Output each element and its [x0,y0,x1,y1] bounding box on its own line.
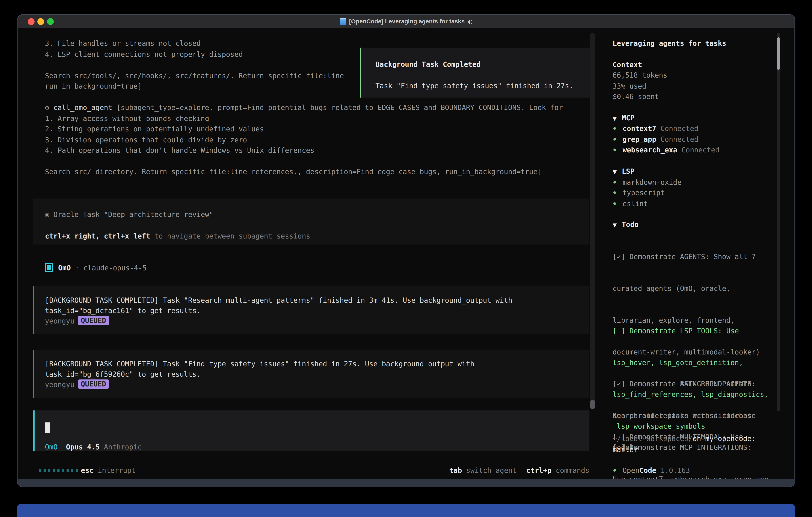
activity-dot [53,469,55,472]
context-spent: $0.46 spent [613,91,659,102]
hint-keys: ctrl+x right, ctrl+x left [45,232,150,240]
background-window-edge [17,504,795,517]
sidebar-scrollbar-thumb[interactable] [777,37,780,70]
activity-dot [62,469,64,472]
activity-dot [57,469,60,472]
terminal-content: 3. File handles or streams not closed 4.… [18,28,794,479]
oracle-task-label: ◉ Oracle Task "Deep architecture review" [45,209,213,220]
lsp-item: eslint [613,198,648,209]
window-title-group: [OpenCode] Leveraging agents for tasks◐ [18,15,794,28]
mcp-status: Connected [656,135,698,143]
lsp-name: typescript [622,189,665,197]
oracle-task-text: Oracle Task "Deep architecture review" [49,211,213,219]
todo-line: [ ] Demonstrate LSP TOOLS: Use [613,326,768,336]
terminal-line: Search src/tools/, src/hooks/, src/featu… [45,71,344,81]
workspace-repo: oh-my-opencode: [693,435,756,443]
activity-dot [76,469,78,472]
tab-key: tab [450,466,462,474]
titlebar[interactable]: [OpenCode] Leveraging agents for tasks◐ [18,15,794,29]
workspace-branch: master [613,444,638,455]
terminal-line: run_in_background=true] [45,81,142,91]
window-title: [OpenCode] Leveraging agents for tasks [349,18,465,25]
agent-model: claude-opus-4-5 [83,264,146,272]
tab-label: switch agent [462,466,517,474]
statusbar-shortcuts: tab switch agentctrl+p commands [450,465,589,476]
background-task-toast: Background Task Completed Task "Find typ… [360,48,594,98]
activity-dot [71,469,73,472]
message-line: task_id="bg_6f59260c" to get results. [45,369,201,380]
todo-heading: Todo [622,220,639,228]
background-task-message: [BACKGROUND TASK COMPLETED] Task "Resear… [33,286,589,334]
mcp-heading: MCP [622,114,634,122]
commands-label: commands [551,466,589,474]
mcp-item: grep_app Connected [613,134,698,145]
chat-scrollbar-track[interactable] [590,33,595,409]
mcp-name: context7 [622,125,656,133]
collapse-triangle-icon: ▼ [613,113,622,124]
version-number: 1.0.163 [656,466,690,474]
model-selector[interactable]: OmO Opus 4.5 Anthropic [45,442,142,453]
record-icon: ◉ [45,211,49,219]
activity-dot [44,469,46,472]
activity-dot [48,469,50,472]
context-heading: Context [613,60,642,70]
mcp-status: Connected [656,125,698,133]
status-dot-icon [613,127,616,130]
half-moon-icon: ◐ [468,19,472,25]
workspace-prefix: ~/local-workspaces/ [613,435,693,443]
tool-call-tail-line: Search src/ directory. Return specific f… [45,166,542,177]
oracle-task-card[interactable]: ◉ Oracle Task "Deep architecture review"… [33,198,589,245]
toast-title: Background Task Completed [375,59,481,70]
commands-key: ctrl+p [526,466,551,474]
agent-separator: · [71,264,83,272]
status-dot-icon [613,148,616,151]
status-dot-icon [613,138,616,140]
prompt-input[interactable]: OmO Opus 4.5 Anthropic [33,410,589,451]
tool-call-line: ⚙ call_omo_agent [subagent_type=explore,… [45,102,563,113]
version-name-bold: Code [639,466,656,474]
activity-dot [39,469,41,472]
status-dot-icon [613,202,616,205]
message-meta: yeongyuQUEUED [45,316,109,326]
tool-call-list-line: 2. String operations on potentially unde… [45,124,264,134]
message-line: task_id="bg_dcfac161" to get results. [45,305,201,316]
background-task-message: [BACKGROUND TASK COMPLETED] Task "Find t… [33,350,589,398]
input-agent-name: OmO [45,443,58,451]
mcp-status: Connected [677,146,720,154]
terminal-line: 3. File handles or streams not closed [45,38,201,49]
lsp-section-header[interactable]: ▼LSP [613,166,634,177]
omo-agent-icon [45,263,53,272]
terminal-line: 4. LSP client connections not properly d… [45,49,243,60]
omo-agent-icon-fill [47,265,51,270]
todo-line: curated agents (OmO, oracle, [613,283,760,294]
lsp-item: typescript [613,188,665,198]
lsp-heading: LSP [622,167,634,175]
text-cursor [45,423,50,433]
oracle-task-hint: ctrl+x right, ctrl+x left to navigate be… [45,231,310,242]
context-used: 33% used [613,81,646,91]
gear-icon: ⚙ [45,104,49,112]
message-author: yeongyu [45,317,75,325]
document-icon [340,18,346,25]
collapse-triangle-icon: ▼ [613,166,622,177]
context-tokens: 66,518 tokens [613,70,667,81]
version-row: OpenCode 1.0.163 [613,465,690,476]
collapse-triangle-icon: ▼ [613,220,622,230]
todo-line: [✓] Demonstrate AGENTS: Show all 7 [613,251,760,262]
agent-header: OmO · claude-opus-4-5 [45,263,147,273]
activity-dot [66,469,69,472]
chat-scrollbar-thumb[interactable] [590,400,595,409]
status-dot-icon [613,181,616,184]
mcp-name: websearch_exa [622,146,677,154]
todo-section-header[interactable]: ▼Todo [613,219,639,230]
mcp-section-header[interactable]: ▼MCP [613,113,634,124]
tool-call-args: [subagent_type=explore, prompt=Find pote… [112,104,563,112]
tool-call-list-line: 3. Division operations that could divide… [45,135,247,145]
tool-call-list-line: 1. Array access without bounds checking [45,113,209,124]
tool-call-list-line: 4. Path operations that don't handle Win… [45,145,315,156]
message-meta: yeongyuQUEUED [45,379,109,390]
message-line: [BACKGROUND TASK COMPLETED] Task "Find t… [45,359,474,369]
tool-call-name: call_omo_agent [53,104,112,112]
sidebar-scrollbar-track[interactable] [777,33,780,411]
mcp-name: grep_app [622,135,656,143]
